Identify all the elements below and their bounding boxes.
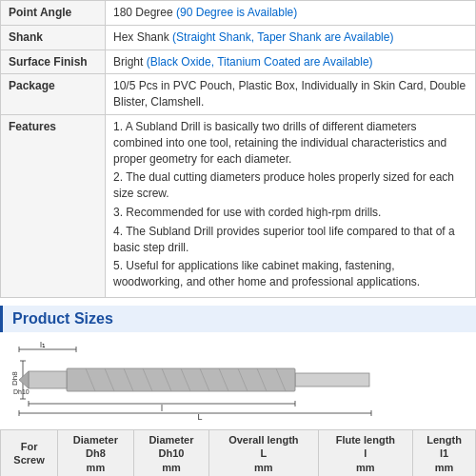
spec-note-link[interactable]: (90 Degree is Available)	[176, 6, 297, 19]
svg-rect-14	[67, 368, 295, 391]
spec-note-link[interactable]: (Black Oxide, Titanium Coated are Availa…	[147, 55, 373, 69]
page-wrapper: Point Angle180 Degree (90 Degree is Avai…	[0, 0, 476, 476]
svg-text:l₁: l₁	[40, 342, 46, 349]
feature-item: 1. A Subland Drill is basically two dril…	[113, 119, 467, 167]
svg-rect-15	[29, 371, 67, 388]
spec-label: Surface Finish	[1, 50, 106, 74]
table-header-cell: Lengthl1mm	[413, 429, 476, 476]
svg-text:l: l	[161, 404, 163, 413]
spec-row: Surface FinishBright (Black Oxide, Titan…	[1, 50, 476, 74]
specs-table: Point Angle180 Degree (90 Degree is Avai…	[0, 0, 476, 298]
spec-row: Features1. A Subland Drill is basically …	[1, 114, 476, 297]
spec-label: Shank	[1, 25, 106, 50]
feature-item: 3. Recommended for use with corded high-…	[113, 205, 467, 221]
spec-label: Features	[1, 114, 106, 297]
drill-diagram: l₁ L Dh8 Dh10	[0, 338, 476, 424]
table-header-cell: ForScrew	[1, 429, 58, 476]
feature-item: 4. The Subland Drill provides superior t…	[113, 224, 467, 256]
spec-label: Package	[1, 74, 106, 115]
product-sizes-table: ForScrewDiameterDh8mmDiameterDh10mmOvera…	[0, 429, 476, 476]
spec-row: ShankHex Shank (Straight Shank, Taper Sh…	[1, 25, 476, 50]
table-header-cell: Flute lengthlmm	[318, 429, 413, 476]
spec-value: Hex Shank (Straight Shank, Taper Shank a…	[106, 25, 476, 50]
svg-marker-16	[19, 371, 29, 388]
svg-text:L: L	[197, 412, 202, 420]
table-header-cell: DiameterDh10mm	[133, 429, 209, 476]
feature-item: 2. The dual cutting diameters produce ho…	[113, 169, 467, 202]
spec-value: Bright (Black Oxide, Titanium Coated are…	[106, 50, 476, 74]
svg-rect-13	[295, 373, 369, 387]
spec-note-link[interactable]: (Straight Shank, Taper Shank are Availab…	[172, 30, 393, 44]
spec-value: 180 Degree (90 Degree is Available)	[106, 1, 476, 26]
product-sizes-heading: Product Sizes	[0, 306, 476, 332]
spec-row: Point Angle180 Degree (90 Degree is Avai…	[1, 1, 476, 26]
table-header-cell: Overall lengthLmm	[209, 429, 318, 476]
feature-item: 5. Useful for applications like cabinet …	[113, 258, 467, 290]
spec-row: Package10/5 Pcs in PVC Pouch, Plastic Bo…	[1, 74, 476, 115]
table-header-cell: DiameterDh8mm	[58, 429, 134, 476]
table-header-row: ForScrewDiameterDh8mmDiameterDh10mmOvera…	[1, 429, 476, 476]
svg-text:Dh8: Dh8	[10, 371, 19, 386]
svg-text:Dh10: Dh10	[13, 388, 30, 395]
spec-value: 1. A Subland Drill is basically two dril…	[106, 114, 476, 297]
spec-label: Point Angle	[1, 1, 106, 26]
spec-value: 10/5 Pcs in PVC Pouch, Plastic Box, Indi…	[106, 74, 476, 115]
